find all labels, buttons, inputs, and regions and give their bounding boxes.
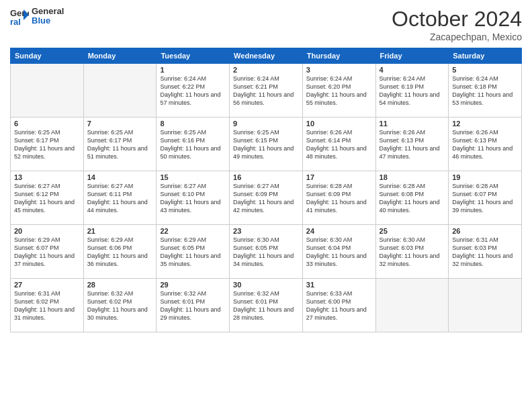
day-number: 13: [14, 173, 80, 181]
day-number: 21: [87, 227, 153, 235]
day-number: 16: [233, 173, 299, 181]
calendar-cell: 12Sunrise: 6:26 AMSunset: 6:13 PMDayligh…: [449, 118, 522, 171]
calendar-cell: 10Sunrise: 6:26 AMSunset: 6:14 PMDayligh…: [302, 118, 375, 171]
day-number: 15: [160, 173, 226, 181]
day-info: Sunrise: 6:27 AMSunset: 6:10 PMDaylight:…: [160, 182, 226, 215]
calendar-cell: [449, 279, 522, 332]
calendar-cell: 31Sunrise: 6:33 AMSunset: 6:00 PMDayligh…: [302, 279, 375, 332]
day-info: Sunrise: 6:29 AMSunset: 6:07 PMDaylight:…: [14, 236, 80, 269]
day-info: Sunrise: 6:32 AMSunset: 6:02 PMDaylight:…: [87, 289, 153, 322]
day-info: Sunrise: 6:27 AMSunset: 6:11 PMDaylight:…: [87, 182, 153, 215]
weekday-header-wednesday: Wednesday: [230, 48, 303, 64]
day-info: Sunrise: 6:31 AMSunset: 6:03 PMDaylight:…: [452, 236, 518, 269]
day-info: Sunrise: 6:24 AMSunset: 6:18 PMDaylight:…: [452, 75, 518, 107]
day-number: 23: [233, 227, 299, 235]
calendar-cell: 2Sunrise: 6:24 AMSunset: 6:21 PMDaylight…: [230, 64, 303, 118]
calendar-cell: 16Sunrise: 6:27 AMSunset: 6:09 PMDayligh…: [230, 171, 303, 225]
calendar-cell: [375, 279, 449, 332]
day-number: 5: [452, 66, 518, 74]
calendar-cell: 3Sunrise: 6:24 AMSunset: 6:20 PMDaylight…: [302, 64, 375, 118]
day-number: 1: [160, 66, 226, 74]
calendar-cell: 27Sunrise: 6:31 AMSunset: 6:02 PMDayligh…: [11, 279, 84, 332]
logo: Gene ral General Blue: [10, 7, 64, 26]
svg-text:ral: ral: [10, 17, 21, 26]
day-info: Sunrise: 6:25 AMSunset: 6:15 PMDaylight:…: [233, 128, 299, 161]
day-number: 11: [380, 120, 445, 128]
day-number: 30: [233, 281, 299, 289]
day-info: Sunrise: 6:28 AMSunset: 6:09 PMDaylight:…: [306, 182, 372, 215]
day-number: 19: [452, 173, 518, 181]
day-info: Sunrise: 6:24 AMSunset: 6:21 PMDaylight:…: [233, 75, 299, 107]
day-info: Sunrise: 6:29 AMSunset: 6:06 PMDaylight:…: [87, 236, 153, 269]
day-info: Sunrise: 6:28 AMSunset: 6:07 PMDaylight:…: [452, 182, 518, 215]
calendar-cell: 6Sunrise: 6:25 AMSunset: 6:17 PMDaylight…: [11, 118, 84, 171]
calendar-cell: 17Sunrise: 6:28 AMSunset: 6:09 PMDayligh…: [302, 171, 375, 225]
calendar-cell: 30Sunrise: 6:32 AMSunset: 6:01 PMDayligh…: [230, 279, 303, 332]
logo-icon: Gene ral: [10, 7, 29, 26]
month-title: October 2024: [392, 7, 522, 32]
day-number: 27: [14, 281, 80, 289]
calendar-cell: 14Sunrise: 6:27 AMSunset: 6:11 PMDayligh…: [83, 171, 157, 225]
day-number: 26: [452, 227, 518, 235]
calendar-cell: 25Sunrise: 6:30 AMSunset: 6:03 PMDayligh…: [375, 225, 449, 279]
day-info: Sunrise: 6:25 AMSunset: 6:16 PMDaylight:…: [160, 128, 226, 161]
weekday-header-tuesday: Tuesday: [157, 48, 230, 64]
calendar-cell: 28Sunrise: 6:32 AMSunset: 6:02 PMDayligh…: [83, 279, 157, 332]
day-info: Sunrise: 6:26 AMSunset: 6:13 PMDaylight:…: [380, 128, 445, 161]
calendar-cell: 26Sunrise: 6:31 AMSunset: 6:03 PMDayligh…: [449, 225, 522, 279]
day-number: 4: [380, 66, 445, 74]
day-info: Sunrise: 6:30 AMSunset: 6:04 PMDaylight:…: [306, 236, 372, 269]
day-info: Sunrise: 6:25 AMSunset: 6:17 PMDaylight:…: [87, 128, 153, 161]
day-number: 10: [306, 120, 372, 128]
day-info: Sunrise: 6:25 AMSunset: 6:17 PMDaylight:…: [14, 128, 80, 161]
location-title: Zacapechpan, Mexico: [392, 32, 522, 42]
day-number: 18: [380, 173, 445, 181]
day-info: Sunrise: 6:29 AMSunset: 6:05 PMDaylight:…: [160, 236, 226, 269]
day-info: Sunrise: 6:26 AMSunset: 6:13 PMDaylight:…: [452, 128, 518, 161]
day-info: Sunrise: 6:32 AMSunset: 6:01 PMDaylight:…: [160, 289, 226, 322]
calendar-cell: 9Sunrise: 6:25 AMSunset: 6:15 PMDaylight…: [230, 118, 303, 171]
day-number: 7: [87, 120, 153, 128]
day-number: 12: [452, 120, 518, 128]
day-info: Sunrise: 6:30 AMSunset: 6:05 PMDaylight:…: [233, 236, 299, 269]
weekday-header-sunday: Sunday: [11, 48, 84, 64]
day-number: 28: [87, 281, 153, 289]
day-info: Sunrise: 6:33 AMSunset: 6:00 PMDaylight:…: [306, 289, 372, 322]
day-number: 17: [306, 173, 372, 181]
calendar-cell: 5Sunrise: 6:24 AMSunset: 6:18 PMDaylight…: [449, 64, 522, 118]
calendar-cell: 21Sunrise: 6:29 AMSunset: 6:06 PMDayligh…: [83, 225, 157, 279]
day-info: Sunrise: 6:31 AMSunset: 6:02 PMDaylight:…: [14, 289, 80, 322]
logo-line2: Blue: [32, 16, 64, 26]
calendar-cell: 20Sunrise: 6:29 AMSunset: 6:07 PMDayligh…: [11, 225, 84, 279]
calendar-cell: 13Sunrise: 6:27 AMSunset: 6:12 PMDayligh…: [11, 171, 84, 225]
calendar-cell: 23Sunrise: 6:30 AMSunset: 6:05 PMDayligh…: [230, 225, 303, 279]
day-number: 8: [160, 120, 226, 128]
day-info: Sunrise: 6:27 AMSunset: 6:12 PMDaylight:…: [14, 182, 80, 215]
day-info: Sunrise: 6:30 AMSunset: 6:03 PMDaylight:…: [380, 236, 445, 269]
calendar-cell: 29Sunrise: 6:32 AMSunset: 6:01 PMDayligh…: [157, 279, 230, 332]
calendar-cell: 8Sunrise: 6:25 AMSunset: 6:16 PMDaylight…: [157, 118, 230, 171]
calendar-cell: [83, 64, 157, 118]
day-info: Sunrise: 6:27 AMSunset: 6:09 PMDaylight:…: [233, 182, 299, 215]
calendar-cell: 15Sunrise: 6:27 AMSunset: 6:10 PMDayligh…: [157, 171, 230, 225]
calendar-cell: 11Sunrise: 6:26 AMSunset: 6:13 PMDayligh…: [375, 118, 449, 171]
weekday-header-saturday: Saturday: [449, 48, 522, 64]
day-info: Sunrise: 6:24 AMSunset: 6:20 PMDaylight:…: [306, 75, 372, 107]
day-info: Sunrise: 6:26 AMSunset: 6:14 PMDaylight:…: [306, 128, 372, 161]
title-block: October 2024 Zacapechpan, Mexico: [392, 7, 522, 42]
day-number: 3: [306, 66, 372, 74]
day-number: 24: [306, 227, 372, 235]
day-number: 20: [14, 227, 80, 235]
day-info: Sunrise: 6:24 AMSunset: 6:19 PMDaylight:…: [380, 75, 445, 107]
calendar-cell: 4Sunrise: 6:24 AMSunset: 6:19 PMDaylight…: [375, 64, 449, 118]
calendar-cell: 1Sunrise: 6:24 AMSunset: 6:22 PMDaylight…: [157, 64, 230, 118]
calendar-cell: 22Sunrise: 6:29 AMSunset: 6:05 PMDayligh…: [157, 225, 230, 279]
weekday-header-thursday: Thursday: [302, 48, 375, 64]
calendar-cell: 19Sunrise: 6:28 AMSunset: 6:07 PMDayligh…: [449, 171, 522, 225]
day-number: 22: [160, 227, 226, 235]
day-number: 9: [233, 120, 299, 128]
calendar: SundayMondayTuesdayWednesdayThursdayFrid…: [10, 48, 522, 332]
day-info: Sunrise: 6:32 AMSunset: 6:01 PMDaylight:…: [233, 289, 299, 322]
day-number: 2: [233, 66, 299, 74]
calendar-cell: 18Sunrise: 6:28 AMSunset: 6:08 PMDayligh…: [375, 171, 449, 225]
